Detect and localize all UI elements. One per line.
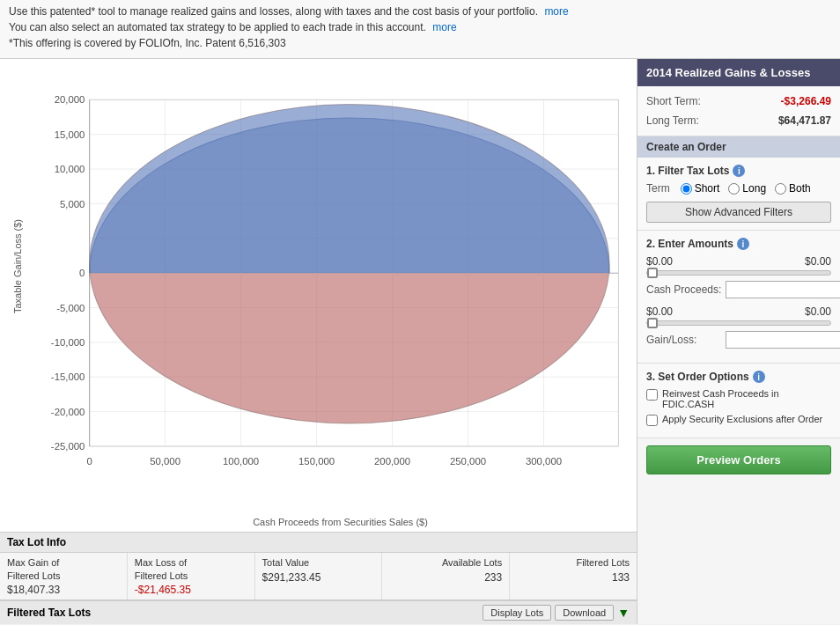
short-term-row: Short Term: -$3,266.49 — [646, 92, 831, 111]
col-filtered-lots-header: Filtered Lots — [517, 556, 630, 569]
svg-text:-20,000: -20,000 — [51, 407, 85, 417]
exclusions-checkbox[interactable] — [646, 415, 658, 426]
long-term-value: $64,471.87 — [778, 114, 831, 127]
main-layout: Taxable Gain/Loss ($) — [0, 59, 840, 624]
amount-right-2: $0.00 — [805, 305, 831, 318]
svg-text:20,000: 20,000 — [55, 94, 85, 105]
preview-orders-button[interactable]: Preview Orders — [646, 445, 831, 474]
gain-loss-label: Gain/Loss: — [646, 334, 726, 346]
create-order-header: Create an Order — [637, 136, 840, 158]
left-panel: Taxable Gain/Loss ($) — [0, 59, 637, 624]
banner-line2: You can also select an automated tax str… — [9, 21, 831, 33]
col-max-loss-value: -$21,465.35 — [135, 584, 247, 596]
svg-text:-10,000: -10,000 — [51, 337, 85, 348]
svg-text:150,000: 150,000 — [298, 456, 335, 467]
svg-text:5,000: 5,000 — [60, 199, 85, 210]
options-section-title: 3. Set Order Options i — [646, 371, 831, 383]
slider-track-2[interactable] — [646, 320, 831, 326]
top-banner: Use this patented* tool to manage realiz… — [0, 0, 840, 59]
svg-text:300,000: 300,000 — [526, 456, 562, 467]
svg-text:-25,000: -25,000 — [51, 441, 85, 452]
col-filtered-lots-value: 133 — [517, 571, 630, 584]
long-term-label: Long Term: — [646, 114, 699, 127]
slider-cash-proceeds[interactable] — [646, 270, 831, 276]
filtered-tax-lots-bar: Filtered Tax Lots Display Lots Download … — [0, 600, 637, 624]
col-max-loss-header: Max Loss ofFiltered Lots — [135, 556, 247, 582]
amounts-info-icon[interactable]: i — [737, 238, 749, 250]
banner-more-link-2[interactable]: more — [432, 21, 456, 33]
col-available-lots-value: 233 — [389, 571, 502, 584]
svg-text:-5,000: -5,000 — [56, 303, 85, 313]
download-button[interactable]: Download — [555, 605, 614, 621]
slider-track-1[interactable] — [646, 270, 831, 276]
svg-text:250,000: 250,000 — [450, 456, 486, 467]
svg-text:10,000: 10,000 — [55, 164, 85, 174]
col-max-loss: Max Loss ofFiltered Lots -$21,465.35 — [128, 553, 255, 599]
amount-right-1: $0.00 — [805, 255, 831, 268]
show-advanced-filters-button[interactable]: Show Advanced Filters — [646, 202, 831, 223]
amounts-section: 2. Enter Amounts i $0.00 $0.00 Cash Proc… — [637, 231, 840, 364]
col-available-lots: Available Lots 233 — [382, 553, 510, 599]
patent-text: *This offering is covered by FOLIOfn, In… — [9, 37, 831, 49]
svg-text:15,000: 15,000 — [55, 129, 85, 140]
display-lots-button[interactable]: Display Lots — [483, 605, 551, 621]
exclusions-label: Apply Security Exclusions after Order — [662, 414, 822, 424]
term-radio-group: Short Long Both — [681, 182, 811, 195]
svg-text:-15,000: -15,000 — [51, 371, 85, 382]
x-axis-label: Cash Proceeds from Securities Sales ($) — [48, 517, 632, 527]
col-total-value: Total Value $291,233.45 — [255, 553, 383, 599]
long-term-row: Long Term: $64,471.87 — [646, 111, 831, 130]
chart-area: Taxable Gain/Loss ($) — [0, 59, 637, 532]
realized-gains-header: 2014 Realized Gains & Losses — [637, 59, 840, 86]
col-available-lots-header: Available Lots — [389, 556, 502, 569]
amount-left-1: $0.00 — [646, 255, 673, 268]
tax-lot-table: Max Gain ofFiltered Lots $18,407.33 Max … — [0, 553, 637, 600]
amounts-section-title: 2. Enter Amounts i — [646, 238, 831, 250]
y-axis-label: Taxable Gain/Loss ($) — [12, 278, 23, 313]
col-max-gain-value: $18,407.33 — [7, 584, 120, 596]
reinvest-checkbox[interactable] — [646, 389, 658, 401]
gain-loss-row: Gain/Loss: — [646, 331, 831, 349]
cash-proceeds-input[interactable] — [726, 281, 840, 298]
reinvest-checkbox-row: Reinvest Cash Proceeds in FDIC.CASH — [646, 388, 831, 409]
tax-lot-info: Tax Lot Info Max Gain ofFiltered Lots $1… — [0, 532, 637, 624]
amount-row-2: $0.00 $0.00 — [646, 305, 831, 318]
options-info-icon[interactable]: i — [753, 371, 765, 383]
svg-text:0: 0 — [79, 268, 85, 278]
chart-svg: 20,000 15,000 10,000 5,000 0 -5,000 -10,… — [48, 68, 632, 505]
banner-line1: Use this patented* tool to manage realiz… — [9, 5, 831, 18]
filter-section: 1. Filter Tax Lots i Term Short Long — [637, 158, 840, 231]
cash-proceeds-label: Cash Proceeds: — [646, 283, 726, 296]
realized-gains-section: Short Term: -$3,266.49 Long Term: $64,47… — [637, 86, 840, 136]
col-max-gain: Max Gain ofFiltered Lots $18,407.33 — [0, 553, 128, 599]
svg-text:100,000: 100,000 — [223, 456, 259, 467]
short-term-value: -$3,266.49 — [781, 95, 831, 107]
term-label: Term — [646, 182, 670, 195]
gain-loss-input[interactable] — [726, 331, 840, 349]
right-panel: 2014 Realized Gains & Losses Short Term:… — [637, 59, 840, 624]
download-icon[interactable]: ▼ — [617, 606, 630, 620]
col-total-value-header: Total Value — [262, 556, 375, 569]
filter-info-icon[interactable]: i — [733, 165, 745, 177]
bar-actions: Display Lots Download ▼ — [483, 605, 630, 621]
tax-lot-info-header: Tax Lot Info — [0, 533, 637, 553]
cash-proceeds-row: Cash Proceeds: — [646, 281, 831, 298]
amount-left-2: $0.00 — [646, 305, 673, 318]
options-section: 3. Set Order Options i Reinvest Cash Pro… — [637, 364, 840, 438]
slider-thumb-1[interactable] — [647, 268, 658, 278]
short-term-label: Short Term: — [646, 95, 701, 107]
amount-row-1: $0.00 $0.00 — [646, 255, 831, 268]
filtered-tax-lots-title: Filtered Tax Lots — [7, 607, 91, 619]
filter-section-title: 1. Filter Tax Lots i — [646, 165, 831, 177]
banner-more-link-1[interactable]: more — [544, 5, 568, 18]
term-short-radio[interactable]: Short — [681, 182, 720, 195]
term-long-radio[interactable]: Long — [728, 182, 766, 195]
col-total-value-value: $291,233.45 — [262, 571, 375, 584]
svg-text:200,000: 200,000 — [374, 456, 410, 467]
term-both-radio[interactable]: Both — [775, 182, 811, 195]
exclusions-checkbox-row: Apply Security Exclusions after Order — [646, 414, 831, 426]
reinvest-label: Reinvest Cash Proceeds in FDIC.CASH — [662, 388, 831, 409]
col-max-gain-header: Max Gain ofFiltered Lots — [7, 556, 120, 582]
slider-thumb-2[interactable] — [647, 318, 658, 328]
slider-gain-loss[interactable] — [646, 320, 831, 326]
